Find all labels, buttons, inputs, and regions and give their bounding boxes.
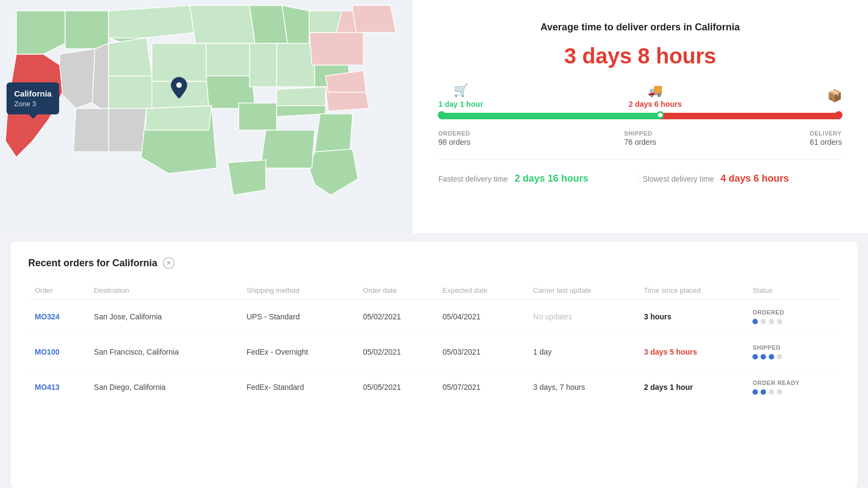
close-button[interactable]: ✕ (163, 257, 175, 269)
order-status: ORDERED (746, 299, 840, 335)
table-row: MO324 San Jose, California UPS - Standar… (28, 299, 840, 335)
carrier-update: 1 day (527, 335, 637, 370)
delivery-stat: DELIVERY 61 orders (810, 130, 842, 146)
stats-title: Average time to deliver orders in Califo… (438, 22, 842, 33)
svg-marker-2 (65, 11, 108, 49)
table-header: Order Destination Shipping method Order … (28, 282, 840, 299)
svg-marker-5 (190, 5, 255, 43)
progress-green-bar (438, 113, 660, 119)
slowest-value: 4 days 6 hours (720, 173, 789, 184)
col-destination: Destination (87, 282, 240, 299)
status-dot (752, 354, 758, 359)
col-carrier: Carrier last update (527, 282, 637, 299)
order-date: 05/02/2021 (356, 335, 436, 370)
order-stats: ORDERED 98 orders SHIPPED 76 orders DELI… (438, 128, 842, 146)
svg-marker-22 (92, 43, 108, 108)
col-order-date: Order date (356, 282, 436, 299)
order-date: 05/05/2021 (356, 370, 436, 405)
map-container: California Zone 3 (0, 0, 412, 233)
status-dot (769, 319, 774, 324)
status-dot (752, 389, 758, 395)
shipping-method: UPS - Standard (240, 299, 356, 335)
col-expected: Expected date (436, 282, 527, 299)
status-dot (769, 389, 774, 395)
status-dot (777, 319, 782, 324)
progress-bar (438, 113, 842, 119)
shipped-stat: SHIPPED 76 orders (624, 130, 656, 146)
progress-red-bar (660, 113, 842, 119)
expected-date: 05/03/2021 (436, 335, 527, 370)
delivery-count: 61 orders (810, 138, 842, 146)
slowest-delivery: Slowest delivery time 4 days 6 hours (639, 173, 843, 184)
ordered-stat: ORDERED 98 orders (438, 130, 470, 146)
svg-marker-23 (73, 108, 111, 152)
stats-divider (438, 159, 842, 160)
start-dot (438, 111, 445, 119)
status-dot (761, 319, 766, 324)
svg-marker-13 (152, 43, 209, 81)
shipped-label: SHIPPED (624, 130, 656, 137)
ordered-count: 98 orders (438, 138, 470, 146)
svg-marker-20 (309, 33, 363, 65)
shipped-icon-group: 🚚 2 days 6 hours (629, 84, 682, 108)
svg-marker-11 (108, 38, 152, 76)
slowest-label: Slowest delivery time (643, 175, 714, 183)
map-tooltip: California Zone 3 (7, 82, 59, 114)
order-id[interactable]: MO324 (28, 299, 87, 335)
svg-marker-4 (108, 5, 195, 38)
svg-marker-26 (145, 106, 212, 130)
svg-marker-9 (353, 5, 396, 33)
status-dot (769, 354, 774, 359)
cart-icon: 🛒 (454, 84, 468, 98)
order-id[interactable]: MO100 (28, 335, 87, 370)
fastest-label: Fastest delivery time (438, 175, 508, 183)
carrier-update: 3 days, 7 hours (527, 370, 637, 405)
orders-body: MO324 San Jose, California UPS - Standar… (28, 299, 840, 405)
tooltip-state: California (14, 88, 52, 99)
orders-table: Order Destination Shipping method Order … (28, 282, 840, 404)
svg-marker-35 (277, 87, 326, 106)
svg-marker-33 (228, 160, 266, 195)
expected-date: 05/07/2021 (436, 370, 527, 405)
shipped-time-label: 2 days 6 hours (629, 100, 682, 108)
time-placed: 3 days 5 hours (637, 335, 746, 370)
section-header: Recent orders for California ✕ (28, 257, 840, 269)
order-status: ORDER READY (746, 370, 840, 405)
svg-marker-27 (239, 103, 277, 130)
delivery-times: Fastest delivery time 2 days 16 hours Sl… (438, 173, 842, 184)
end-dot (835, 111, 843, 119)
svg-marker-6 (250, 5, 288, 43)
orders-section: Recent orders for California ✕ Order Des… (11, 242, 857, 488)
svg-marker-30 (315, 114, 353, 152)
status-dot (777, 389, 782, 395)
destination: San Diego, California (87, 370, 240, 405)
carrier-update: No updates (527, 299, 637, 335)
order-date: 05/02/2021 (356, 299, 436, 335)
svg-marker-32 (260, 130, 315, 168)
timeline-icons: 🛒 1 day 1 hour 🚚 2 days 6 hours 📦 (438, 84, 842, 108)
table-row: MO100 San Francisco, California FedEx - … (28, 335, 840, 370)
delivery-label: DELIVERY (810, 130, 842, 137)
status-dot (761, 354, 766, 359)
status-dot (761, 389, 766, 395)
status-dot (752, 319, 758, 324)
svg-marker-17 (250, 43, 279, 87)
expected-date: 05/04/2021 (436, 299, 527, 335)
col-order: Order (28, 282, 87, 299)
order-id[interactable]: MO413 (28, 370, 87, 405)
col-time-placed: Time since placed (637, 282, 746, 299)
truck-icon: 🚚 (648, 84, 662, 98)
ordered-icon-group: 🛒 1 day 1 hour (438, 84, 483, 108)
package-icon: 📦 (827, 89, 842, 103)
ordered-time-label: 1 day 1 hour (438, 100, 483, 108)
section-title: Recent orders for California (28, 258, 157, 269)
svg-marker-12 (108, 76, 155, 108)
svg-marker-24 (108, 108, 148, 152)
time-placed: 3 hours (637, 299, 746, 335)
shipping-method: FedEx - Overnight (240, 335, 356, 370)
delivery-icon-group: 📦 (827, 89, 842, 103)
shipped-count: 76 orders (624, 138, 656, 146)
fastest-value: 2 days 16 hours (514, 173, 588, 184)
ordered-label: ORDERED (438, 130, 470, 137)
svg-point-38 (176, 82, 182, 88)
